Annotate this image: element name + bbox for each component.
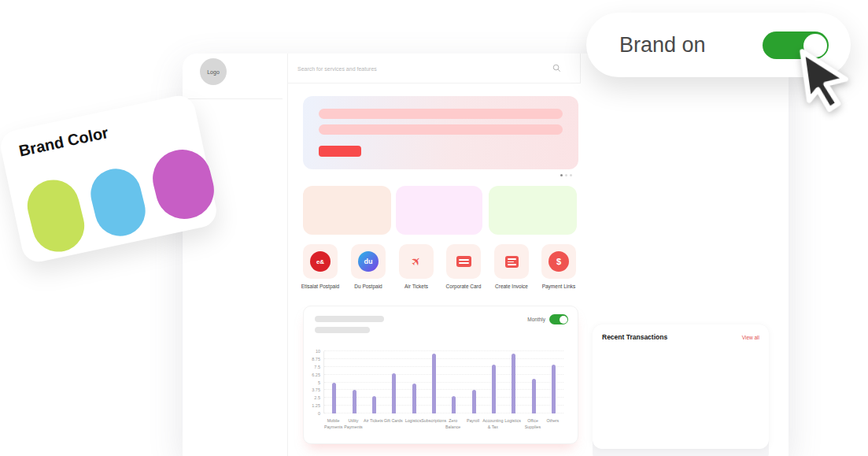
- service-tile[interactable]: $: [541, 244, 576, 279]
- sidebar-divider: [187, 98, 283, 99]
- corporate-card-icon: [453, 251, 474, 272]
- x-axis-tick-label: Others: [541, 418, 564, 424]
- logo-label: Logo: [207, 69, 220, 75]
- search-icon[interactable]: [552, 64, 561, 72]
- promo-banner: [303, 96, 578, 169]
- y-axis-tick-label: 0: [305, 411, 320, 416]
- chart-controls: Monthly: [527, 314, 568, 324]
- y-axis-tick-label: 7.5: [305, 365, 320, 369]
- bar: [372, 396, 376, 413]
- dashboard-window: Logo e&Etisalat PostpaidduDu Postpaid✈Ai…: [183, 54, 789, 456]
- banner-text-placeholder: [319, 124, 563, 135]
- bar: [512, 354, 515, 413]
- gridline: [324, 374, 563, 375]
- monthly-toggle[interactable]: [549, 314, 568, 324]
- chart-subtitle-placeholder: [315, 327, 370, 333]
- service-tile-label: Corporate Card: [440, 283, 487, 290]
- bar-chart-plot: [323, 351, 563, 413]
- y-axis-tick-label: 1.25: [305, 403, 320, 408]
- bar: [472, 390, 476, 413]
- chart-title-placeholder: [315, 316, 384, 322]
- promo-card[interactable]: [303, 186, 391, 235]
- bar: [452, 396, 456, 413]
- promo-card[interactable]: [396, 186, 482, 235]
- create-invoice-icon: [501, 251, 522, 272]
- service-tile-label: Create Invoice: [488, 283, 535, 290]
- bar: [552, 365, 556, 413]
- du-logo-icon: du: [358, 251, 379, 272]
- brand-color-title: Brand Color: [17, 124, 110, 161]
- right-panel: Recent Transactions View all: [586, 54, 789, 456]
- gridline: [324, 350, 563, 351]
- sidebar-nav: [183, 92, 287, 104]
- mouse-cursor-icon: [792, 39, 868, 120]
- service-tile-label: Etisalat Postpaid: [297, 283, 344, 290]
- carousel-dot[interactable]: [560, 174, 563, 176]
- gridline: [324, 382, 563, 383]
- gridline: [324, 397, 563, 398]
- etisalat-logo-icon: e&: [310, 251, 331, 272]
- recent-transactions-card: Recent Transactions View all: [593, 324, 769, 449]
- bar: [412, 384, 416, 413]
- banner-carousel-dots: [560, 174, 572, 176]
- service-tile-label: Payment Links: [535, 283, 582, 290]
- gridline: [324, 389, 563, 390]
- y-axis-tick-label: 6.25: [305, 373, 320, 377]
- y-axis-tick-label: 3.75: [305, 387, 320, 392]
- carousel-dot[interactable]: [565, 174, 567, 176]
- brand-toggle-label: Brand on: [619, 33, 706, 57]
- promo-card[interactable]: [489, 186, 577, 235]
- main-content: e&Etisalat PostpaidduDu Postpaid✈Air Tic…: [287, 54, 581, 456]
- search-bar: [287, 54, 581, 83]
- bar: [532, 379, 536, 413]
- transactions-section: Recent Transactions View all: [593, 324, 769, 456]
- y-axis-tick-label: 5: [305, 380, 320, 385]
- y-axis-tick-label: 8.75: [305, 357, 320, 361]
- gridline: [324, 358, 563, 359]
- service-tile[interactable]: du: [351, 244, 386, 279]
- service-tile-label: Du Postpaid: [345, 283, 392, 290]
- transactions-heading: Recent Transactions: [602, 333, 667, 341]
- gridline: [324, 366, 563, 367]
- bar: [332, 383, 336, 414]
- bar: [492, 365, 496, 413]
- logo: Logo: [200, 58, 227, 85]
- service-tile[interactable]: e&: [303, 244, 338, 279]
- bar: [392, 373, 396, 413]
- spend-chart-card: Monthly 01.252.53.7556.257.58.7510 Mobil…: [303, 306, 578, 444]
- service-tile[interactable]: [446, 244, 481, 279]
- bar: [432, 354, 436, 413]
- banner-cta-button[interactable]: [319, 146, 361, 157]
- service-tile[interactable]: ✈: [399, 244, 434, 279]
- carousel-dot[interactable]: [570, 174, 572, 176]
- banner-text-placeholder: [319, 109, 563, 119]
- service-tile-label: Air Tickets: [393, 283, 440, 290]
- air-tickets-icon: ✈: [402, 247, 431, 276]
- view-all-link[interactable]: View all: [742, 335, 759, 340]
- gridline: [324, 405, 563, 406]
- y-axis-tick-label: 10: [305, 349, 320, 354]
- y-axis-tick-label: 2.5: [305, 395, 320, 400]
- monthly-toggle-label: Monthly: [527, 317, 545, 322]
- service-tile[interactable]: [494, 244, 529, 279]
- search-input[interactable]: [287, 54, 535, 84]
- payment-links-icon: $: [549, 251, 569, 272]
- sidebar: Logo: [183, 54, 288, 456]
- bar: [353, 390, 356, 413]
- gridline: [324, 413, 563, 413]
